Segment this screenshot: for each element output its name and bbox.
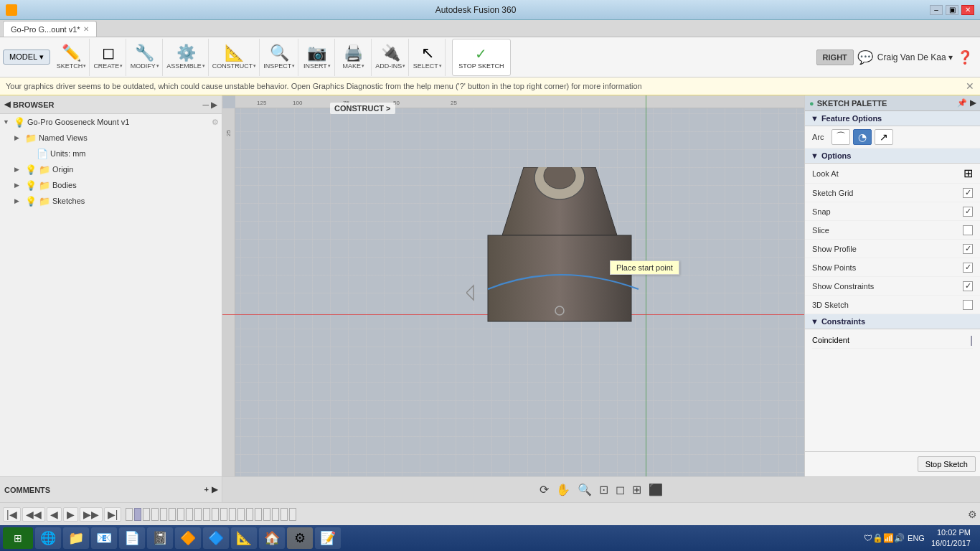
toolbar-make[interactable]: 🖨️ MAKE▾ <box>336 39 372 76</box>
3d-sketch-checkbox[interactable] <box>963 300 973 310</box>
anim-play-button[interactable]: ▶ <box>63 507 78 522</box>
arc-3point-button[interactable]: ⌒ <box>831 129 850 145</box>
tree-origin[interactable]: ▶ 💡 📁 Origin <box>0 161 222 177</box>
toolbar-inspect[interactable]: 🔍 INSPECT▾ <box>260 39 298 76</box>
timeline-tick-14[interactable] <box>246 508 253 521</box>
comments-add-icon[interactable]: + <box>204 485 209 494</box>
sidebar: ◀ BROWSER ─ ▶ ▼ 💡 Go-Pro Gooseneck Mount… <box>0 95 222 476</box>
show-profile-checkbox[interactable] <box>963 244 973 254</box>
tab-close-button[interactable]: ✕ <box>83 25 89 33</box>
start-button[interactable]: ⊞ <box>3 527 33 549</box>
taskbar-ie[interactable]: 🌐 <box>35 527 61 549</box>
timeline-tick-3[interactable] <box>151 508 159 521</box>
arc-center-button[interactable]: ◔ <box>853 129 872 145</box>
root-label: Go-Pro Gooseneck Mount v1 <box>27 118 209 126</box>
minimize-button[interactable]: – <box>930 5 943 15</box>
taskbar-sketchup[interactable]: 🏠 <box>259 527 285 549</box>
tree-bodies[interactable]: ▶ 💡 📁 Bodies <box>0 177 222 193</box>
taskbar-vault[interactable]: 🔷 <box>203 527 229 549</box>
palette-pin-icon[interactable]: 📌 <box>957 98 967 108</box>
show-points-checkbox[interactable] <box>963 263 973 273</box>
toolbar-construct[interactable]: 📐 CONSTRUCT▾ <box>209 39 260 76</box>
browser-expand-button[interactable]: ▶ <box>211 100 217 110</box>
tree-units[interactable]: 📄 Units: mm <box>0 146 222 161</box>
timeline-tick-1[interactable] <box>134 508 141 521</box>
timeline-tick-16[interactable] <box>263 508 270 521</box>
timeline-tick-8[interactable] <box>194 508 202 521</box>
grid-button[interactable]: ⊞ <box>629 481 644 498</box>
timeline-tick-10[interactable] <box>212 508 219 521</box>
warning-close-button[interactable]: ✕ <box>966 80 974 92</box>
timeline-tick-13[interactable] <box>237 508 245 521</box>
anim-play-rev-button[interactable]: ◀ <box>47 507 62 522</box>
toolbar-assemble[interactable]: ⚙️ ASSEMBLE▾ <box>164 39 209 76</box>
taskbar-inventor[interactable]: 🔶 <box>175 527 201 549</box>
anim-prev-button[interactable]: ◀◀ <box>22 507 45 522</box>
browser-collapse-icon[interactable]: ◀ <box>4 100 10 109</box>
options-header[interactable]: ▼ Options <box>805 149 980 164</box>
root-settings-icon[interactable]: ⚙ <box>212 118 219 127</box>
taskbar-word[interactable]: 📝 <box>315 527 341 549</box>
timeline-tick-19[interactable] <box>289 508 296 521</box>
stop-sketch-btn[interactable]: Stop Sketch <box>918 456 976 472</box>
toolbar-modify[interactable]: 🔧 MODIFY▾ <box>127 39 163 76</box>
zoom-button[interactable]: 🔍 <box>575 481 595 498</box>
timeline-tick-4[interactable] <box>160 508 167 521</box>
zoom-fit-button[interactable]: ⊡ <box>596 481 611 498</box>
timeline-tick-2[interactable] <box>143 508 150 521</box>
feature-options-header[interactable]: ▼ Feature Options <box>805 111 980 126</box>
timeline-tick-11[interactable] <box>220 508 227 521</box>
taskbar-acrobat[interactable]: 📄 <box>119 527 145 549</box>
taskbar-autocad[interactable]: 📐 <box>231 527 257 549</box>
orbit-button[interactable]: ⟳ <box>537 481 552 498</box>
slice-checkbox[interactable] <box>963 225 973 235</box>
toolbar-addins[interactable]: 🔌 ADD-INS▾ <box>372 39 409 76</box>
anim-start-button[interactable]: |◀ <box>3 507 21 522</box>
timeline-tick-5[interactable] <box>169 508 176 521</box>
restore-button[interactable]: ▣ <box>946 5 958 15</box>
arc-tangent-button[interactable]: ↗ <box>875 129 893 145</box>
timeline-tick-18[interactable] <box>281 508 288 521</box>
sketch-grid-checkbox[interactable] <box>963 188 973 198</box>
snap-checkbox[interactable] <box>963 207 973 217</box>
canvas[interactable]: 125 100 75 50 25 25 <box>222 95 804 476</box>
model-mode-button[interactable]: MODEL ▾ <box>3 50 50 65</box>
pan-button[interactable]: ✋ <box>553 481 573 498</box>
taskbar-fusion360[interactable]: ⚙ <box>287 527 313 549</box>
timeline-tick-0[interactable] <box>126 508 133 521</box>
display-mode-button[interactable]: ◻ <box>613 481 628 498</box>
toolbar-insert[interactable]: 📷 INSERT▾ <box>299 39 335 76</box>
tree-root[interactable]: ▼ 💡 Go-Pro Gooseneck Mount v1 ⚙ <box>0 114 222 130</box>
toolbar-sketch[interactable]: ✏️ SKETCH▾ <box>54 39 90 76</box>
comments-expand-icon[interactable]: ▶ <box>212 485 217 494</box>
help-icon[interactable]: ❓ <box>957 50 973 65</box>
toolbar-create[interactable]: ◻ CREATE▾ <box>90 39 126 76</box>
tree-named-views[interactable]: ▶ 📁 Named Views <box>0 130 222 146</box>
anim-next-button[interactable]: ▶▶ <box>80 507 103 522</box>
tree-sketches[interactable]: ▶ 💡 📁 Sketches <box>0 193 222 209</box>
anim-end-button[interactable]: ▶| <box>104 507 122 522</box>
taskbar-explorer[interactable]: 📁 <box>63 527 89 549</box>
timeline-tick-7[interactable] <box>186 508 193 521</box>
active-tab[interactable]: Go-Pro G...ount v1* ✕ <box>3 21 97 37</box>
timeline-tick-17[interactable] <box>272 508 279 521</box>
timeline-tick-15[interactable] <box>255 508 262 521</box>
taskbar-outlook[interactable]: 📧 <box>91 527 117 549</box>
timeline-settings-icon[interactable]: ⚙ <box>968 509 977 520</box>
timeline-tick-9[interactable] <box>203 508 210 521</box>
toolbar-select[interactable]: ↖ SELECT▾ <box>410 39 446 76</box>
timeline-tick-6[interactable] <box>177 508 184 521</box>
user-menu[interactable]: Craig Van De Kaa ▾ <box>877 52 953 62</box>
constraints-header[interactable]: ▼ Constraints <box>805 314 980 329</box>
stop-sketch-button[interactable]: ✓ STOP SKETCH <box>452 39 510 76</box>
palette-expand-icon[interactable]: ▶ <box>970 98 976 108</box>
taskbar-onenote[interactable]: 📓 <box>147 527 173 549</box>
close-button[interactable]: ✕ <box>961 5 974 15</box>
view-cube-button[interactable]: ⬛ <box>646 481 666 498</box>
browser-pin-button[interactable]: ─ <box>202 100 209 110</box>
look-at-icon[interactable]: ⊞ <box>963 166 973 180</box>
timeline-tick-12[interactable] <box>229 508 236 521</box>
view-right-button[interactable]: RIGHT <box>816 50 854 65</box>
show-constraints-checkbox[interactable] <box>963 281 973 291</box>
chat-icon[interactable]: 💬 <box>857 50 873 65</box>
